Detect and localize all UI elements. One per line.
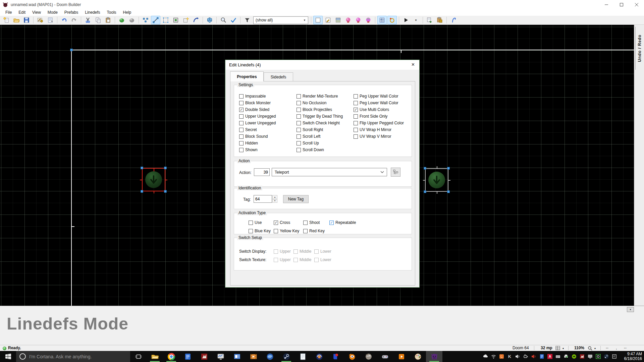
undo-button[interactable]: [59, 16, 69, 24]
tray-keyboard-icon[interactable]: [555, 354, 561, 359]
menu-view[interactable]: View: [29, 9, 44, 16]
tray-wolf-small-icon[interactable]: [579, 354, 585, 359]
checkbox-block-monster[interactable]: Block Monster: [239, 101, 271, 105]
menu-mode[interactable]: Mode: [44, 9, 61, 16]
checkbox-peg-upper-wall-color[interactable]: Peg Upper Wall Color: [354, 94, 398, 99]
curve-mode-button[interactable]: [191, 16, 201, 24]
checkbox-peg-lower-wall-color[interactable]: Peg Lower Wall Color: [354, 101, 398, 105]
tray-action-center-icon[interactable]: [611, 354, 617, 359]
checkbox-no-occlusion[interactable]: No Occlusion: [297, 101, 326, 105]
taskbar-app-blender[interactable]: [344, 351, 360, 362]
taskbar-app-presentation[interactable]: [229, 351, 245, 362]
status-grid-size[interactable]: 32 mp: [541, 345, 552, 351]
checkbox-scroll-up[interactable]: Scroll Up: [297, 141, 319, 145]
checkbox-block-sound[interactable]: Block Sound: [239, 134, 268, 139]
vertex[interactable]: [424, 190, 426, 193]
taskbar-app-audio-player[interactable]: [311, 351, 327, 362]
checkbox-repeatable[interactable]: ✓Repeatable: [329, 220, 356, 225]
taskbar-app-gimp[interactable]: [360, 351, 377, 362]
draw-curve-button[interactable]: [449, 16, 458, 24]
new-map-button[interactable]: [2, 16, 11, 24]
taskbar-app-system-monitor[interactable]: [212, 351, 229, 362]
checkbox-use[interactable]: Use: [249, 220, 262, 225]
teleport-thing[interactable]: [428, 172, 445, 188]
menu-prefabs[interactable]: Prefabs: [61, 9, 82, 16]
menu-help[interactable]: Help: [120, 9, 135, 16]
tab-sidedefs[interactable]: Sidedefs: [264, 72, 293, 81]
toggle-grid-button[interactable]: [377, 16, 387, 24]
checkbox-upper[interactable]: Upper: [274, 249, 291, 254]
tray-onedrive-icon[interactable]: [483, 354, 488, 359]
checkbox-impassable[interactable]: Impassable: [239, 94, 266, 99]
brush-mode-button[interactable]: [181, 16, 191, 24]
taskbar-app-notepad[interactable]: [294, 351, 311, 362]
redo-button[interactable]: [69, 16, 79, 24]
taskbar-app-game-controller[interactable]: [377, 351, 393, 362]
panel-collapse-button[interactable]: ▼: [627, 307, 634, 312]
tray-java-icon[interactable]: [499, 354, 504, 359]
checkbox-yellow-key[interactable]: Yellow Key: [274, 229, 299, 233]
map-options-button[interactable]: [36, 16, 45, 24]
script-editor-button[interactable]: [46, 16, 55, 24]
tab-properties[interactable]: Properties: [230, 71, 264, 81]
vertex[interactable]: [141, 190, 143, 193]
snap-to-grid-button[interactable]: [387, 16, 397, 24]
checkbox-uv-wrap-v-mirror[interactable]: UV Wrap V Mirror: [354, 134, 391, 139]
tray-power-icon[interactable]: [523, 354, 529, 359]
textured-mode-button[interactable]: [127, 16, 137, 24]
cut-button[interactable]: [83, 16, 93, 24]
full-brightness-button[interactable]: [117, 16, 126, 24]
spinner-up-icon[interactable]: ▲: [272, 195, 277, 199]
taskbar-app-chrome[interactable]: [163, 351, 179, 362]
tray-nvidia-icon[interactable]: [571, 354, 577, 359]
map-analysis-button[interactable]: [229, 16, 238, 24]
checkbox-double-sided[interactable]: ✓Double Sided: [239, 107, 269, 112]
checkbox-lower[interactable]: Lower: [314, 249, 331, 254]
checkbox-middle[interactable]: Middle: [293, 257, 311, 262]
dialog-close-icon[interactable]: ✕: [411, 62, 415, 67]
save-map-button[interactable]: [22, 16, 31, 24]
tray-adobe-icon[interactable]: A: [547, 354, 553, 359]
paste-button[interactable]: [103, 16, 113, 24]
things-filter-button[interactable]: [243, 16, 252, 24]
taskbar-clock[interactable]: 9:47 AM 6/18/2016: [618, 352, 642, 361]
view-ceiling-textures-button[interactable]: [343, 16, 353, 24]
action-number-input[interactable]: [254, 168, 270, 176]
checkbox-upper-unpegged[interactable]: Upper Unpegged: [239, 114, 276, 119]
menu-tools[interactable]: Tools: [104, 9, 120, 16]
tray-volume-icon[interactable]: [515, 354, 521, 359]
checkbox-render-mid-texture[interactable]: Render Mid-Texture: [297, 94, 338, 99]
taskbar-app-wordpad[interactable]: [179, 351, 196, 362]
things-filter-dropdown[interactable]: (show all)▼: [253, 16, 308, 24]
tag-input[interactable]: [254, 195, 272, 203]
taskbar-app-paint-app[interactable]: [410, 351, 426, 362]
menu-linedefs[interactable]: Linedefs: [82, 9, 103, 16]
linedefs-mode-button[interactable]: [151, 16, 160, 24]
view-floor-textures-button[interactable]: [333, 16, 343, 24]
sectors-mode-button[interactable]: [161, 16, 170, 24]
tray-display-icon[interactable]: [587, 354, 593, 359]
vertex[interactable]: [164, 190, 167, 193]
taskbar-app-video-editor[interactable]: [245, 351, 262, 362]
tray-printer-icon[interactable]: [563, 354, 569, 359]
action-browse-button[interactable]: [391, 168, 400, 177]
checkbox-blue-key[interactable]: Blue Key: [249, 229, 271, 233]
vertex[interactable]: [141, 167, 143, 169]
taskbar-app-ebook-reader[interactable]: [327, 351, 344, 362]
copy-button[interactable]: [93, 16, 103, 24]
checkbox-upper[interactable]: Upper: [274, 257, 291, 262]
copy-properties-button[interactable]: [425, 16, 434, 24]
checkbox-uv-wrap-h-mirror[interactable]: UV Wrap H Mirror: [354, 127, 391, 132]
checkbox-secret[interactable]: Secret: [239, 127, 257, 132]
checkbox-scroll-right[interactable]: Scroll Right: [297, 127, 323, 132]
checkbox-red-key[interactable]: Red Key: [303, 229, 325, 233]
checkbox-use-multi-colors[interactable]: ✓Use Multi Colors: [354, 107, 389, 112]
vertex[interactable]: [424, 167, 426, 170]
zoom-menu-arrow-icon[interactable]: ▴: [594, 345, 596, 351]
checkbox-front-side-only[interactable]: Front Side Only: [354, 114, 387, 119]
checkbox-lower-unpegged[interactable]: Lower Unpegged: [239, 121, 276, 125]
checkbox-middle[interactable]: Middle: [293, 249, 311, 254]
checkbox-switch-check-height[interactable]: Switch Check Height: [297, 121, 340, 125]
tag-spinner[interactable]: ▲ ▼: [272, 195, 277, 203]
tray-steam-small-icon[interactable]: [603, 354, 609, 359]
